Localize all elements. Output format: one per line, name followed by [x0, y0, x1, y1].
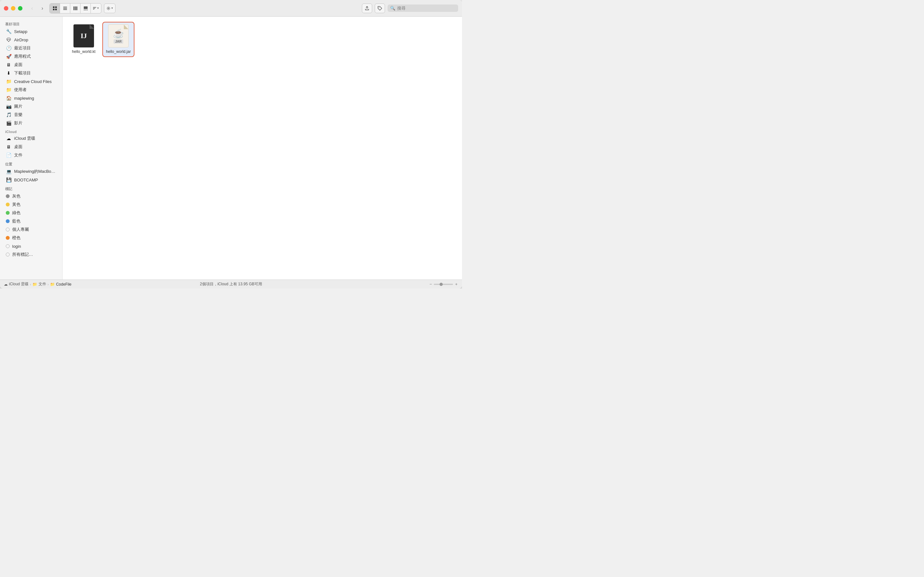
- svg-rect-14: [93, 7, 96, 8]
- breadcrumb-docs[interactable]: 📁 文件: [32, 282, 46, 287]
- sidebar-item-desktop[interactable]: 🖥 桌面: [2, 61, 60, 69]
- search-input[interactable]: [397, 6, 456, 11]
- breadcrumb-icloud[interactable]: ☁ iCloud 雲碟: [4, 282, 29, 287]
- kt-file-icon: IJ: [73, 24, 94, 47]
- music-icon: 🎵: [6, 112, 11, 118]
- view-selector: ▼: [49, 3, 102, 13]
- jar-file-icon-wrapper: ☕ JAR: [107, 24, 130, 47]
- svg-rect-11: [84, 10, 85, 10]
- sidebar-item-setapp[interactable]: 🔧 Setapp: [2, 27, 60, 35]
- sidebar-item-airdrop[interactable]: AirDrop: [2, 35, 60, 44]
- minimize-button[interactable]: [11, 6, 15, 11]
- tag-gray-dot: [6, 194, 10, 198]
- svg-point-19: [8, 41, 9, 42]
- sidebar-item-tag-orange[interactable]: 橙色: [2, 234, 60, 242]
- column-view-button[interactable]: [70, 3, 81, 13]
- svg-rect-9: [76, 6, 78, 10]
- nav-buttons: ‹ ›: [27, 4, 47, 13]
- list-view-button[interactable]: [60, 3, 70, 13]
- gallery-view-button[interactable]: [81, 3, 91, 13]
- sidebar-item-downloads[interactable]: ⬇ 下載項目: [2, 69, 60, 77]
- sidebar-item-tag-login[interactable]: login: [2, 242, 60, 250]
- svg-point-17: [108, 8, 109, 9]
- breadcrumb-codefile-label: CodeFile: [56, 282, 71, 287]
- downloads-icon: ⬇: [6, 70, 11, 76]
- maplewing-icon: 🏠: [6, 95, 11, 101]
- settings-button[interactable]: ▼: [104, 3, 115, 13]
- breadcrumb-docs-icon: 📁: [32, 282, 37, 287]
- sidebar-item-movies[interactable]: 🎬 影片: [2, 119, 60, 127]
- zoom-thumb: [439, 283, 443, 286]
- sidebar-item-tag-yellow[interactable]: 黃色: [2, 200, 60, 209]
- sidebar-item-photos[interactable]: 📷 圖片: [2, 102, 60, 111]
- tag-button[interactable]: [375, 3, 385, 13]
- sidebar-item-music[interactable]: 🎵 音樂: [2, 111, 60, 119]
- breadcrumb: ☁ iCloud 雲碟 › 📁 文件 › 📁 CodeFile: [4, 282, 71, 287]
- forward-button[interactable]: ›: [38, 4, 47, 13]
- sidebar-item-tag-orange-label: 橙色: [12, 235, 21, 241]
- close-button[interactable]: [4, 6, 8, 11]
- sidebar-item-bootcamp[interactable]: 💾 BOOTCAMP: [2, 176, 60, 184]
- svg-rect-7: [73, 6, 74, 10]
- statusbar: ☁ iCloud 雲碟 › 📁 文件 › 📁 CodeFile 2個項目，iCl…: [0, 279, 462, 288]
- airdrop-icon: [6, 37, 11, 43]
- svg-rect-0: [53, 6, 55, 8]
- desktop-icon: 🖥: [6, 62, 11, 68]
- sidebar-item-creative-cloud[interactable]: 📁 Creative Cloud Files: [2, 77, 60, 85]
- sidebar-item-icloud-docs[interactable]: 📄 文件: [2, 151, 60, 159]
- sidebar-item-tag-login-label: login: [12, 244, 21, 249]
- zoom-slider[interactable]: [434, 284, 453, 285]
- sort-dropdown[interactable]: ▼: [91, 3, 101, 13]
- jar-label-text: JAR: [113, 39, 123, 44]
- sidebar-item-tag-gray-label: 灰色: [12, 193, 21, 199]
- sidebar-item-photos-label: 圖片: [14, 103, 23, 109]
- file-content: IJ hello_world.kt ☕ JAR hello_world.jar: [63, 17, 462, 279]
- sidebar-item-users[interactable]: 📁 使用者: [2, 85, 60, 94]
- share-button[interactable]: [362, 3, 372, 13]
- sidebar-item-maplewing-label: maplewing: [14, 96, 34, 101]
- svg-point-18: [379, 7, 380, 8]
- sidebar-item-tag-green[interactable]: 綠色: [2, 209, 60, 217]
- sidebar-item-setapp-label: Setapp: [14, 29, 27, 34]
- sidebar-item-movies-label: 影片: [14, 120, 23, 126]
- sidebar-item-all-tags[interactable]: 所有標記…: [2, 250, 60, 259]
- file-item-hello-world-kt[interactable]: IJ hello_world.kt: [68, 22, 100, 57]
- movies-icon: 🎬: [6, 120, 11, 126]
- sidebar-item-icloud-docs-label: 文件: [14, 152, 23, 158]
- sidebar-item-icloud-desktop[interactable]: 🖥 桌面: [2, 143, 60, 151]
- sidebar-item-maplewing[interactable]: 🏠 maplewing: [2, 94, 60, 102]
- svg-rect-3: [55, 9, 57, 10]
- kt-file-icon-wrapper: IJ: [72, 24, 95, 47]
- svg-rect-5: [63, 8, 67, 9]
- icloud-desktop-icon: 🖥: [6, 144, 11, 150]
- maximize-button[interactable]: [18, 6, 23, 11]
- sidebar-item-tag-yellow-label: 黃色: [12, 201, 21, 207]
- apps-icon: 🚀: [6, 53, 11, 59]
- jar-file-icon: ☕ JAR: [108, 24, 129, 47]
- breadcrumb-sep-1: ›: [30, 282, 31, 286]
- sidebar-item-tag-gray[interactable]: 灰色: [2, 192, 60, 200]
- sidebar-item-tag-personal[interactable]: 個人專屬: [2, 226, 60, 234]
- users-icon: 📁: [6, 87, 11, 93]
- sidebar-item-macbook[interactable]: 💻 Maplewing的MacBoo...: [2, 167, 60, 176]
- file-item-hello-world-jar[interactable]: ☕ JAR hello_world.jar: [102, 22, 134, 57]
- zoom-out-button[interactable]: −: [429, 281, 433, 287]
- tag-personal-dot: [6, 227, 10, 231]
- photos-icon: 📷: [6, 103, 11, 109]
- back-button[interactable]: ‹: [27, 4, 37, 13]
- toolbar: ‹ ›: [0, 0, 462, 17]
- status-text: 2個項目，iCloud 上有 13.95 GB可用: [200, 282, 262, 287]
- breadcrumb-codefile[interactable]: 📁 CodeFile: [50, 282, 71, 287]
- setapp-icon: 🔧: [6, 29, 11, 34]
- search-bar[interactable]: 🔍: [388, 5, 458, 12]
- breadcrumb-icloud-label: iCloud 雲碟: [9, 282, 29, 287]
- sidebar-item-airdrop-label: AirDrop: [14, 37, 28, 42]
- sidebar-item-icloud-drive[interactable]: ☁ iCloud 雲碟: [2, 134, 60, 143]
- icon-view-button[interactable]: [50, 3, 60, 13]
- sidebar-item-apps[interactable]: 🚀 應用程式: [2, 52, 60, 61]
- sidebar-item-recents[interactable]: 🕐 最近項目: [2, 44, 60, 52]
- zoom-in-button[interactable]: +: [454, 281, 458, 287]
- bootcamp-icon: 💾: [6, 177, 11, 183]
- sidebar-item-music-label: 音樂: [14, 112, 23, 118]
- sidebar-item-tag-blue[interactable]: 藍色: [2, 217, 60, 226]
